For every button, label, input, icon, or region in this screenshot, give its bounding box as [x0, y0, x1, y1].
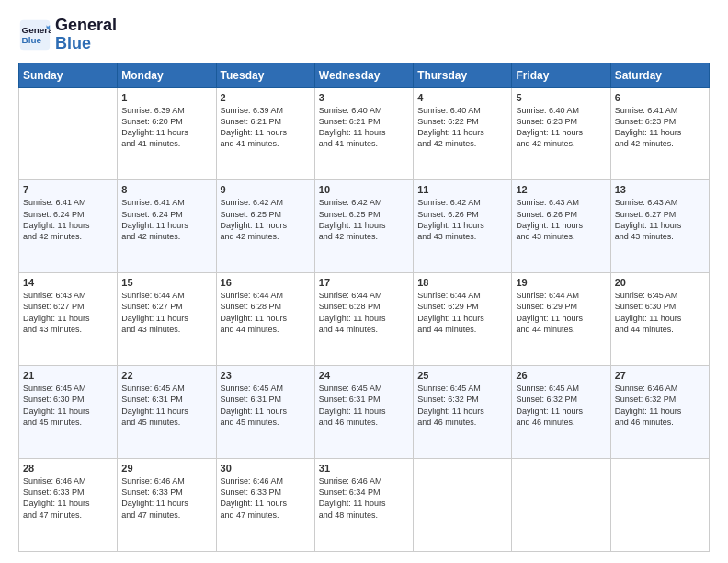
cell-info: Sunrise: 6:40 AM Sunset: 6:22 PM Dayligh…: [417, 105, 507, 150]
calendar-cell: 2Sunrise: 6:39 AM Sunset: 6:21 PM Daylig…: [216, 87, 314, 180]
day-number: 23: [221, 370, 311, 381]
day-number: 6: [615, 92, 705, 103]
day-number: 16: [221, 277, 311, 288]
cell-info: Sunrise: 6:46 AM Sunset: 6:33 PM Dayligh…: [23, 476, 113, 521]
calendar-cell: 12Sunrise: 6:43 AM Sunset: 6:26 PM Dayli…: [512, 180, 610, 273]
calendar-cell: [414, 459, 512, 552]
day-number: 2: [221, 92, 311, 103]
cell-info: Sunrise: 6:43 AM Sunset: 6:27 PM Dayligh…: [615, 197, 705, 242]
svg-text:Blue: Blue: [22, 35, 42, 45]
cell-info: Sunrise: 6:42 AM Sunset: 6:26 PM Dayligh…: [417, 197, 507, 242]
calendar-cell: 15Sunrise: 6:44 AM Sunset: 6:27 PM Dayli…: [118, 273, 216, 366]
day-number: 10: [319, 184, 409, 195]
calendar-cell: 31Sunrise: 6:46 AM Sunset: 6:34 PM Dayli…: [314, 459, 413, 552]
week-row-5: 28Sunrise: 6:46 AM Sunset: 6:33 PM Dayli…: [19, 459, 710, 552]
calendar-cell: 24Sunrise: 6:45 AM Sunset: 6:31 PM Dayli…: [314, 366, 413, 459]
day-number: 1: [121, 92, 211, 103]
calendar-cell: 29Sunrise: 6:46 AM Sunset: 6:33 PM Dayli…: [118, 459, 216, 552]
week-row-3: 14Sunrise: 6:43 AM Sunset: 6:27 PM Dayli…: [19, 273, 710, 366]
weekday-header-thursday: Thursday: [414, 63, 512, 87]
calendar-cell: 14Sunrise: 6:43 AM Sunset: 6:27 PM Dayli…: [19, 273, 118, 366]
day-number: 24: [319, 370, 409, 381]
day-number: 13: [615, 184, 705, 195]
calendar-cell: 3Sunrise: 6:40 AM Sunset: 6:21 PM Daylig…: [314, 87, 413, 180]
day-number: 5: [516, 92, 606, 103]
cell-info: Sunrise: 6:41 AM Sunset: 6:24 PM Dayligh…: [121, 197, 211, 242]
day-number: 7: [23, 184, 113, 195]
week-row-2: 7Sunrise: 6:41 AM Sunset: 6:24 PM Daylig…: [19, 180, 710, 273]
calendar-cell: 9Sunrise: 6:42 AM Sunset: 6:25 PM Daylig…: [216, 180, 314, 273]
calendar-cell: 27Sunrise: 6:46 AM Sunset: 6:32 PM Dayli…: [610, 366, 709, 459]
logo-general: General: [55, 16, 117, 34]
weekday-header-row: SundayMondayTuesdayWednesdayThursdayFrid…: [19, 63, 710, 87]
calendar-cell: 19Sunrise: 6:44 AM Sunset: 6:29 PM Dayli…: [512, 273, 610, 366]
calendar-cell: 7Sunrise: 6:41 AM Sunset: 6:24 PM Daylig…: [19, 180, 118, 273]
day-number: 25: [417, 370, 507, 381]
calendar-cell: [19, 87, 118, 180]
cell-info: Sunrise: 6:43 AM Sunset: 6:26 PM Dayligh…: [516, 197, 606, 242]
cell-info: Sunrise: 6:40 AM Sunset: 6:21 PM Dayligh…: [319, 105, 409, 150]
calendar-cell: 10Sunrise: 6:42 AM Sunset: 6:25 PM Dayli…: [314, 180, 413, 273]
logo-blue: Blue: [55, 34, 91, 52]
day-number: 18: [417, 277, 507, 288]
calendar-cell: 23Sunrise: 6:45 AM Sunset: 6:31 PM Dayli…: [216, 366, 314, 459]
page: General Blue General Blue SundayMondayTu…: [0, 0, 728, 563]
day-number: 19: [516, 277, 606, 288]
calendar-cell: 17Sunrise: 6:44 AM Sunset: 6:28 PM Dayli…: [314, 273, 413, 366]
cell-info: Sunrise: 6:45 AM Sunset: 6:32 PM Dayligh…: [417, 383, 507, 428]
cell-info: Sunrise: 6:46 AM Sunset: 6:33 PM Dayligh…: [121, 476, 211, 521]
calendar-cell: 22Sunrise: 6:45 AM Sunset: 6:31 PM Dayli…: [118, 366, 216, 459]
day-number: 30: [221, 463, 311, 474]
cell-info: Sunrise: 6:41 AM Sunset: 6:24 PM Dayligh…: [23, 197, 113, 242]
day-number: 20: [615, 277, 705, 288]
calendar-cell: [512, 459, 610, 552]
cell-info: Sunrise: 6:46 AM Sunset: 6:32 PM Dayligh…: [615, 383, 705, 428]
day-number: 29: [121, 463, 211, 474]
day-number: 4: [417, 92, 507, 103]
day-number: 15: [121, 277, 211, 288]
cell-info: Sunrise: 6:40 AM Sunset: 6:23 PM Dayligh…: [516, 105, 606, 150]
cell-info: Sunrise: 6:45 AM Sunset: 6:31 PM Dayligh…: [121, 383, 211, 428]
cell-info: Sunrise: 6:45 AM Sunset: 6:32 PM Dayligh…: [516, 383, 606, 428]
calendar-cell: 4Sunrise: 6:40 AM Sunset: 6:22 PM Daylig…: [414, 87, 512, 180]
day-number: 9: [221, 184, 311, 195]
week-row-4: 21Sunrise: 6:45 AM Sunset: 6:30 PM Dayli…: [19, 366, 710, 459]
calendar-table: SundayMondayTuesdayWednesdayThursdayFrid…: [18, 63, 710, 552]
cell-info: Sunrise: 6:45 AM Sunset: 6:30 PM Dayligh…: [615, 290, 705, 335]
cell-info: Sunrise: 6:42 AM Sunset: 6:25 PM Dayligh…: [221, 197, 311, 242]
day-number: 17: [319, 277, 409, 288]
logo: General Blue General Blue: [18, 17, 117, 53]
calendar-cell: 5Sunrise: 6:40 AM Sunset: 6:23 PM Daylig…: [512, 87, 610, 180]
day-number: 3: [319, 92, 409, 103]
calendar-cell: 20Sunrise: 6:45 AM Sunset: 6:30 PM Dayli…: [610, 273, 709, 366]
cell-info: Sunrise: 6:41 AM Sunset: 6:23 PM Dayligh…: [615, 105, 705, 150]
calendar-cell: 25Sunrise: 6:45 AM Sunset: 6:32 PM Dayli…: [414, 366, 512, 459]
week-row-1: 1Sunrise: 6:39 AM Sunset: 6:20 PM Daylig…: [19, 87, 710, 180]
calendar-cell: 18Sunrise: 6:44 AM Sunset: 6:29 PM Dayli…: [414, 273, 512, 366]
calendar-cell: 6Sunrise: 6:41 AM Sunset: 6:23 PM Daylig…: [610, 87, 709, 180]
cell-info: Sunrise: 6:39 AM Sunset: 6:21 PM Dayligh…: [221, 105, 311, 150]
weekday-header-wednesday: Wednesday: [314, 63, 413, 87]
day-number: 11: [417, 184, 507, 195]
day-number: 12: [516, 184, 606, 195]
cell-info: Sunrise: 6:44 AM Sunset: 6:28 PM Dayligh…: [319, 290, 409, 335]
calendar-cell: [610, 459, 709, 552]
cell-info: Sunrise: 6:39 AM Sunset: 6:20 PM Dayligh…: [121, 105, 211, 150]
day-number: 31: [319, 463, 409, 474]
calendar-cell: 13Sunrise: 6:43 AM Sunset: 6:27 PM Dayli…: [610, 180, 709, 273]
day-number: 22: [121, 370, 211, 381]
weekday-header-sunday: Sunday: [19, 63, 118, 87]
weekday-header-monday: Monday: [118, 63, 216, 87]
day-number: 14: [23, 277, 113, 288]
weekday-header-tuesday: Tuesday: [216, 63, 314, 87]
calendar-cell: 30Sunrise: 6:46 AM Sunset: 6:33 PM Dayli…: [216, 459, 314, 552]
cell-info: Sunrise: 6:45 AM Sunset: 6:31 PM Dayligh…: [319, 383, 409, 428]
day-number: 21: [23, 370, 113, 381]
cell-info: Sunrise: 6:44 AM Sunset: 6:29 PM Dayligh…: [417, 290, 507, 335]
calendar-cell: 28Sunrise: 6:46 AM Sunset: 6:33 PM Dayli…: [19, 459, 118, 552]
calendar-cell: 16Sunrise: 6:44 AM Sunset: 6:28 PM Dayli…: [216, 273, 314, 366]
logo-icon: General Blue: [18, 18, 51, 52]
cell-info: Sunrise: 6:46 AM Sunset: 6:34 PM Dayligh…: [319, 476, 409, 521]
calendar-cell: 26Sunrise: 6:45 AM Sunset: 6:32 PM Dayli…: [512, 366, 610, 459]
cell-info: Sunrise: 6:44 AM Sunset: 6:29 PM Dayligh…: [516, 290, 606, 335]
